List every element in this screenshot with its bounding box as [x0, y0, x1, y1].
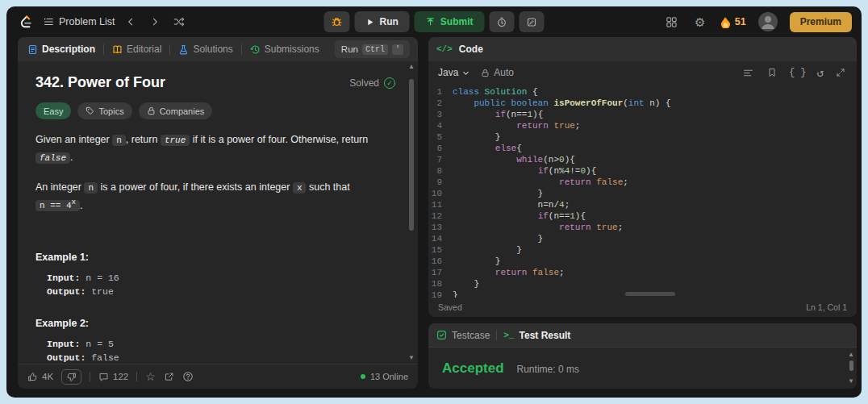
description-icon — [27, 44, 38, 55]
tab-test-result[interactable]: >_ Test Result — [503, 330, 570, 341]
editor-statusbar: Saved Ln 1, Col 1 — [428, 298, 857, 317]
dislike-button[interactable] — [61, 369, 81, 385]
premium-button[interactable]: Premium — [790, 12, 852, 32]
scrollbar-thumb[interactable] — [409, 79, 414, 231]
problem-list-button[interactable]: Problem List — [43, 16, 115, 27]
code-panel: </> Code Java Auto — [428, 37, 857, 317]
code-line[interactable]: 13 return true; — [428, 222, 857, 233]
code-line[interactable]: 5 } — [428, 131, 857, 143]
code-lines: 1class Solution {2 public boolean isPowe… — [428, 86, 857, 298]
example-1-block: Input: n = 16 Output: true — [35, 271, 395, 298]
code-line[interactable]: 9 return false; — [428, 177, 857, 188]
code-line[interactable]: 4 return true; — [428, 120, 857, 131]
bookmark-icon[interactable] — [766, 66, 778, 79]
scroll-down-icon[interactable]: ▼ — [408, 354, 415, 362]
comments-button[interactable]: 122 — [98, 372, 128, 382]
tab-submissions[interactable]: Submissions — [248, 44, 321, 55]
like-button[interactable]: 4K — [27, 372, 53, 382]
inline-code-false: false — [35, 152, 70, 164]
result-tabstrip: Testcase >_ Test Result — [428, 323, 857, 348]
scroll-up-icon[interactable]: ▲ — [848, 351, 854, 359]
difficulty-badge[interactable]: Easy — [35, 102, 71, 119]
run-button[interactable]: Run — [355, 11, 410, 32]
star-icon: ☆ — [145, 371, 156, 382]
example-2-output: false — [91, 352, 119, 363]
code-line[interactable]: 11 n=n/4; — [428, 199, 857, 210]
shuffle-icon[interactable] — [171, 14, 187, 30]
code-line[interactable]: 1class Solution { — [428, 86, 857, 98]
code-line[interactable]: 12 if(n==1){ — [428, 210, 857, 222]
code-line[interactable]: 7 while(n>0){ — [428, 154, 857, 165]
reset-code-icon[interactable]: ↺ — [817, 66, 824, 80]
problem-list-icon — [43, 16, 54, 27]
settings-gear-icon[interactable]: ⚙ — [692, 14, 708, 30]
tab-divider — [496, 330, 497, 340]
share-button[interactable] — [164, 372, 174, 382]
code-line[interactable]: 14 } — [428, 233, 857, 244]
code-tab-label[interactable]: Code — [459, 44, 483, 55]
solved-check-icon: ✓ — [384, 77, 395, 89]
comment-icon — [98, 372, 109, 382]
notes-button[interactable] — [520, 11, 545, 32]
problem-description-body: 342. Power of Four Solved ✓ Easy Topics — [18, 61, 418, 364]
result-scrollbar[interactable]: ▲ ▼ — [848, 351, 854, 385]
timer-button[interactable] — [490, 11, 515, 32]
topics-chip[interactable]: Topics — [77, 102, 131, 119]
right-column: </> Code Java Auto — [428, 37, 857, 389]
run-shortcut-button[interactable]: Run Ctrl ' — [335, 40, 410, 58]
auto-toggle[interactable]: Auto — [481, 67, 514, 78]
tab-description[interactable]: Description — [26, 44, 97, 55]
layout-switcher-icon[interactable] — [664, 14, 680, 30]
scroll-down-icon[interactable]: ▼ — [848, 377, 854, 385]
editorial-icon — [112, 44, 123, 55]
expand-editor-icon[interactable] — [834, 66, 847, 79]
tab-solutions[interactable]: Solutions — [177, 44, 234, 55]
code-editor[interactable]: 1class Solution {2 public boolean isPowe… — [428, 84, 857, 298]
next-problem-icon[interactable] — [147, 14, 163, 30]
gear-glyph: ⚙ — [695, 16, 705, 28]
saved-indicator: Saved — [438, 302, 462, 312]
code-line[interactable]: 2 public boolean isPowerOfFour(int n) { — [428, 98, 857, 109]
tab-testcase-label: Testcase — [452, 330, 490, 341]
horizontal-scrollbar-thumb[interactable] — [625, 292, 675, 296]
language-selector[interactable]: Java — [438, 67, 469, 78]
run-button-label: Run — [380, 16, 399, 27]
favorite-button[interactable]: ☆ — [145, 371, 156, 382]
help-button[interactable] — [182, 371, 194, 382]
submit-button[interactable]: Submit — [415, 11, 485, 32]
format-code-icon[interactable] — [742, 66, 755, 79]
code-line[interactable]: 15 } — [428, 244, 857, 256]
code-line[interactable]: 17 return false; — [428, 267, 857, 278]
code-line[interactable]: 10 } — [428, 188, 857, 199]
brackets-icon[interactable]: { } — [789, 67, 807, 78]
leetcode-app: Problem List — [6, 6, 862, 398]
tag-icon — [86, 106, 94, 115]
question-icon — [182, 371, 194, 382]
terminal-icon: >_ — [503, 331, 514, 340]
description-tabstrip: Description Editorial Solutions — [18, 37, 418, 61]
share-icon — [164, 372, 174, 382]
debug-button[interactable] — [324, 11, 350, 32]
leetcode-logo-icon[interactable] — [18, 14, 35, 31]
code-line[interactable]: 6 else{ — [428, 143, 857, 154]
scrollbar-thumb[interactable] — [849, 360, 853, 371]
description-scrollbar[interactable]: ▲ ▼ — [407, 63, 416, 362]
code-line[interactable]: 16 } — [428, 256, 857, 267]
result-runtime: Runtime: 0 ms — [517, 361, 579, 375]
streak-counter[interactable]: 51 — [720, 16, 746, 28]
tab-description-label: Description — [42, 44, 95, 55]
tab-editorial[interactable]: Editorial — [111, 44, 163, 55]
code-tab-icon: </> — [436, 44, 453, 54]
online-count: 13 Online — [370, 372, 408, 381]
tab-divider — [241, 44, 242, 55]
code-line[interactable]: 3 if(n==1){ — [428, 109, 857, 120]
lock-icon — [147, 106, 156, 115]
prev-problem-icon[interactable] — [123, 14, 139, 30]
topbar-center-group: Run Submit — [324, 11, 545, 32]
scroll-up-icon[interactable]: ▲ — [408, 63, 415, 71]
tab-testcase[interactable]: Testcase — [436, 330, 490, 341]
avatar[interactable] — [758, 12, 778, 31]
code-line[interactable]: 8 if(n%4!=0){ — [428, 165, 857, 177]
companies-chip[interactable]: Companies — [139, 102, 213, 119]
code-line[interactable]: 18 } — [428, 278, 857, 289]
